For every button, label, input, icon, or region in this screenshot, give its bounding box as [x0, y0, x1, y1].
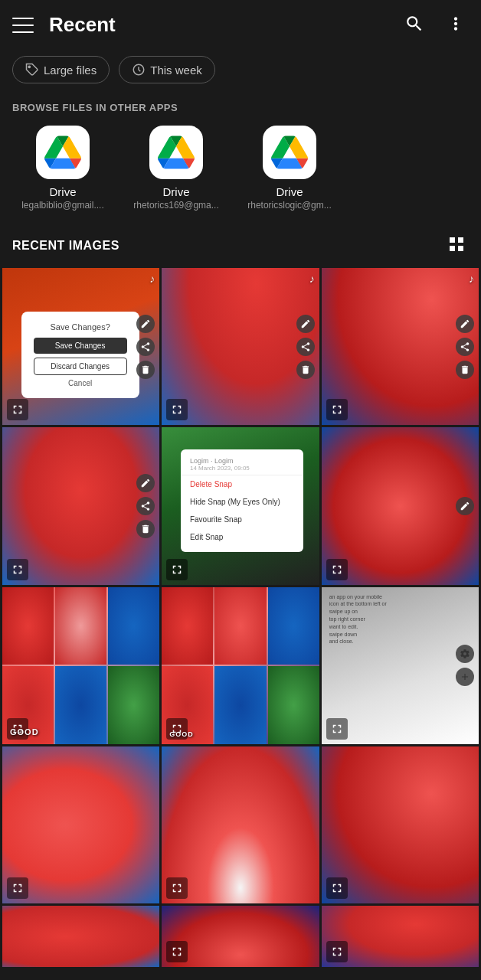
- grid-cell-13[interactable]: [2, 906, 159, 967]
- grid-cell-11[interactable]: [162, 746, 319, 903]
- grid-cell-9[interactable]: an app on your mobile icon at the bottom…: [322, 587, 479, 744]
- side-icons-6: [456, 497, 474, 515]
- expand-icon-10[interactable]: [7, 877, 28, 899]
- expand-icon-5[interactable]: [166, 559, 188, 580]
- context-favourite[interactable]: Favourite Snap: [181, 511, 303, 528]
- dialog-title: Save Changes?: [34, 322, 127, 332]
- grid-cell-3[interactable]: ♪: [322, 268, 479, 425]
- context-hide[interactable]: Hide Snap (My Eyes Only): [181, 493, 303, 511]
- large-files-chip[interactable]: Large files: [12, 56, 110, 83]
- edit-icon-btn-3[interactable]: [456, 315, 474, 333]
- expand-icon-2[interactable]: [166, 399, 188, 420]
- context-delete[interactable]: Delete Snap: [181, 475, 303, 493]
- grid-cell-15[interactable]: [322, 906, 479, 967]
- delete-icon-4: [140, 524, 151, 534]
- music-note-1: ♪: [149, 273, 155, 285]
- add-icon-9: [460, 671, 470, 682]
- delete-icon-btn-2[interactable]: [296, 361, 315, 379]
- grid-cell-10[interactable]: [2, 746, 159, 903]
- app-item-1[interactable]: Drive rhetorics169@gma...: [119, 126, 233, 211]
- app-item-2[interactable]: Drive rhetoricslogic@gm...: [233, 126, 346, 211]
- grid-cell-8[interactable]: GOOD: [162, 587, 319, 744]
- settings-icon-btn-9[interactable]: [456, 645, 474, 663]
- dialog-overlay: Save Changes? Save Changes Discard Chang…: [21, 312, 139, 398]
- expand-icon-15[interactable]: [326, 941, 348, 962]
- this-week-label: This week: [150, 64, 202, 77]
- grid-cell-4[interactable]: [2, 427, 159, 584]
- context-menu: Logim · Logim 14 March 2023, 09:05 Delet…: [181, 449, 303, 552]
- svg-point-0: [28, 66, 30, 67]
- delete-icon-btn-3[interactable]: [456, 361, 474, 379]
- grid-toggle-button[interactable]: [444, 232, 469, 259]
- expand-icon-4[interactable]: [7, 559, 28, 580]
- side-icons-2: [296, 315, 315, 379]
- app-name-2: Drive: [276, 185, 303, 198]
- app-item-0[interactable]: Drive legalbiblio@gmail....: [6, 126, 119, 211]
- delete-icon-2: [300, 364, 311, 375]
- app-name-1: Drive: [162, 185, 189, 198]
- grid-cell-2[interactable]: ♪: [162, 268, 319, 425]
- edit-icon-btn-6[interactable]: [456, 497, 474, 515]
- edit-icon-btn-4[interactable]: [136, 474, 155, 492]
- expand-icon-1[interactable]: [7, 399, 28, 420]
- edit-icon-btn-2[interactable]: [296, 315, 315, 333]
- grid-cell-7[interactable]: GOOD: [2, 587, 159, 744]
- delete-icon-btn-4[interactable]: [136, 520, 155, 538]
- expand-icon-12[interactable]: [326, 877, 348, 899]
- tag-icon: [25, 63, 39, 77]
- edit-icon-6: [460, 501, 470, 511]
- edit-icon-3: [460, 318, 470, 329]
- drive-icon-wrap-1: [149, 126, 203, 179]
- edit-icon-2: [300, 318, 311, 329]
- dialog-cancel-btn[interactable]: Cancel: [34, 379, 127, 387]
- drive-logo-2: [271, 134, 308, 171]
- expand-icon-9[interactable]: [326, 718, 348, 740]
- share-icon-2: [300, 341, 311, 352]
- header-actions: [401, 11, 469, 39]
- expand-arrows-icon-11: [170, 881, 184, 895]
- recent-images-header: RECENT IMAGES: [0, 229, 481, 268]
- share-icon-btn-1[interactable]: [136, 338, 155, 356]
- share-icon-btn-2[interactable]: [296, 338, 315, 356]
- expand-arrows-icon-9: [330, 722, 344, 736]
- grid-cell-14[interactable]: [162, 906, 319, 967]
- expand-icon-3[interactable]: [326, 399, 348, 420]
- grid-cell-12[interactable]: [322, 746, 479, 903]
- grid-view-icon: [447, 235, 466, 253]
- share-icon-3: [460, 341, 470, 352]
- app-account-0: legalbiblio@gmail....: [21, 200, 104, 211]
- share-icon-btn-3[interactable]: [456, 338, 474, 356]
- search-button[interactable]: [401, 11, 427, 39]
- clock-icon: [132, 63, 146, 77]
- expand-icon-6[interactable]: [326, 559, 348, 580]
- context-edit[interactable]: Edit Snap: [181, 528, 303, 546]
- grid-cell-5[interactable]: Logim · Logim 14 March 2023, 09:05 Delet…: [162, 427, 319, 584]
- expand-arrows-icon-4: [11, 563, 25, 577]
- grid-cell-1[interactable]: ♪ Save Changes? Save Changes Discard Cha…: [2, 268, 159, 425]
- drive-icon-wrap-0: [36, 126, 90, 179]
- image-grid: ♪ Save Changes? Save Changes Discard Cha…: [0, 268, 481, 967]
- add-icon-btn-9[interactable]: [456, 668, 474, 686]
- menu-icon[interactable]: [12, 18, 34, 33]
- expand-arrows-icon-10: [11, 881, 25, 895]
- dialog-discard-btn[interactable]: Discard Changes: [34, 358, 127, 375]
- more-options-button[interactable]: [443, 11, 469, 39]
- edit-icon-4: [140, 478, 151, 488]
- delete-icon-1: [140, 364, 151, 375]
- expand-icon-11[interactable]: [166, 877, 188, 899]
- grid-cell-6[interactable]: [322, 427, 479, 584]
- drive-logo-1: [158, 134, 195, 171]
- good-text-8: GOOD: [169, 730, 194, 738]
- share-icon-btn-4[interactable]: [136, 497, 155, 515]
- expand-icon-14[interactable]: [166, 941, 188, 962]
- large-files-label: Large files: [44, 64, 97, 77]
- edit-icon-btn-1[interactable]: [136, 315, 155, 333]
- dialog-save-btn[interactable]: Save Changes: [34, 338, 127, 354]
- expand-arrows-icon-12: [330, 881, 344, 895]
- more-options-icon: [446, 14, 466, 34]
- this-week-chip[interactable]: This week: [119, 56, 215, 83]
- expand-arrows-icon-5: [170, 563, 184, 577]
- delete-icon-3: [460, 364, 470, 375]
- delete-icon-btn-1[interactable]: [136, 361, 155, 379]
- browse-section-label: BROWSE FILES IN OTHER APPS: [0, 93, 481, 126]
